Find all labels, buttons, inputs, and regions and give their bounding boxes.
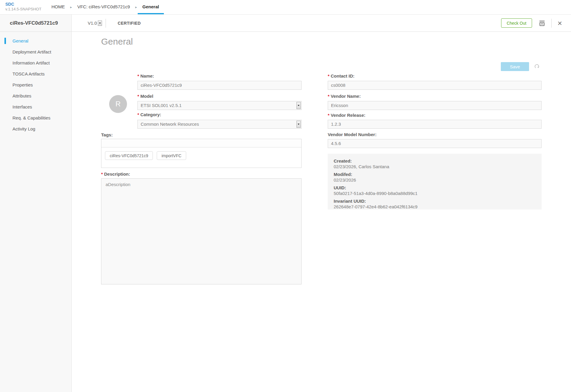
model-select-value: ETSI SOL001 v2.5.1 bbox=[141, 101, 182, 110]
vendor-name-label: Vendor Name: bbox=[328, 94, 361, 99]
asset-title: ciRes-VFC0d5721c9 bbox=[10, 20, 58, 26]
tags-chips: ciRes-VFC0d5721c9 importVFC bbox=[101, 147, 301, 164]
chevron-down-icon bbox=[98, 21, 102, 26]
name-label: Name: bbox=[137, 73, 154, 78]
tags-input[interactable] bbox=[101, 139, 301, 147]
save-row: Save bbox=[501, 62, 540, 71]
created-value: 02/23/2026, Carlos Santana bbox=[334, 164, 536, 169]
uuid-value: 50fa0217-51a3-4d0a-8990-b8a0a88d99c1 bbox=[334, 191, 536, 196]
name-input[interactable]: ciRes-VFC0d5721c9 bbox=[137, 81, 302, 90]
invariant-uuid-label: Invariant UUID: bbox=[334, 198, 536, 204]
check-out-button[interactable]: Check Out bbox=[501, 18, 532, 28]
chevron-down-icon bbox=[297, 102, 301, 109]
contact-id-label: Contact ID: bbox=[328, 73, 354, 78]
lifecycle-state-badge: CERTIFIED bbox=[118, 21, 141, 26]
app-name: SDC bbox=[5, 2, 42, 7]
sidebar-item-tosca-artifacts[interactable]: TOSCA Artifacts bbox=[0, 68, 71, 79]
breadcrumb-general-active[interactable]: General bbox=[138, 0, 164, 14]
asset-header-main: V1.0 CERTIFIED Check Out × bbox=[72, 15, 571, 32]
category-select-value: Common Network Resources bbox=[141, 120, 199, 128]
save-button[interactable]: Save bbox=[501, 62, 529, 71]
asset-header: ciRes-VFC0d5721c9 V1.0 CERTIFIED Check O… bbox=[0, 15, 571, 32]
sidebar-item-req-capabilities[interactable]: Req. & Capabilities bbox=[0, 112, 71, 123]
breadcrumb: HOME ▸ VFC: ciRes-VFC0d5721c9 ▸ General bbox=[47, 0, 164, 14]
version-select[interactable]: V1.0 bbox=[88, 21, 102, 26]
page-title: General bbox=[101, 37, 133, 47]
created-label: Created: bbox=[334, 158, 536, 164]
divider bbox=[551, 19, 552, 28]
chevron-down-icon bbox=[297, 121, 301, 128]
category-label: Category: bbox=[137, 112, 161, 117]
contact-id-input[interactable]: cs0008 bbox=[328, 81, 542, 90]
tag-chip[interactable]: importVFC bbox=[157, 151, 186, 160]
modified-label: Modifed: bbox=[334, 171, 536, 177]
sidebar-item-information-artifact[interactable]: Information Artifact bbox=[0, 57, 71, 68]
divider bbox=[106, 19, 106, 28]
category-select[interactable]: Common Network Resources bbox=[137, 120, 302, 129]
sdc-app: SDC v.1.14.5-SNAPSHOT HOME ▸ VFC: ciRes-… bbox=[0, 0, 571, 392]
metadata-box: Created: 02/23/2026, Carlos Santana Modi… bbox=[328, 154, 542, 210]
vendor-name-input[interactable]: Ericsson bbox=[328, 101, 542, 110]
tag-chip[interactable]: ciRes-VFC0d5721c9 bbox=[105, 151, 153, 160]
description-textarea[interactable]: aDescription bbox=[101, 178, 302, 284]
sidebar-item-activity-log[interactable]: Activity Log bbox=[0, 123, 71, 134]
tags-box: ciRes-VFC0d5721c9 importVFC bbox=[101, 139, 302, 168]
breadcrumb-vfc[interactable]: VFC: ciRes-VFC0d5721c9 bbox=[73, 0, 135, 14]
version-select-value: V1.0 bbox=[88, 21, 97, 26]
breadcrumb-arrow-icon: ▸ bbox=[70, 0, 73, 14]
vendor-model-number-input[interactable]: 4.5.6 bbox=[328, 139, 542, 148]
app-version: v.1.14.5-SNAPSHOT bbox=[5, 7, 42, 11]
app-logo: SDC v.1.14.5-SNAPSHOT bbox=[0, 0, 42, 14]
sidebar-item-general[interactable]: General bbox=[0, 35, 71, 46]
header-actions: Check Out × bbox=[501, 18, 562, 28]
close-icon[interactable]: × bbox=[558, 20, 562, 26]
description-label: Description: bbox=[101, 171, 130, 177]
asset-header-left: ciRes-VFC0d5721c9 bbox=[0, 15, 72, 32]
invariant-uuid-value: 262648e7-0797-42e4-8b62-ea042f6134c9 bbox=[334, 204, 536, 210]
vendor-model-number-label: Vendor Model Number: bbox=[328, 132, 377, 137]
avatar: R bbox=[109, 95, 127, 113]
vendor-release-label: Vendor Release: bbox=[328, 113, 365, 118]
model-select[interactable]: ETSI SOL001 v2.5.1 bbox=[137, 101, 302, 110]
sidebar: General Deployment Artifact Information … bbox=[0, 32, 72, 392]
sidebar-item-attributes[interactable]: Attributes bbox=[0, 90, 71, 101]
tags-label: Tags: bbox=[101, 132, 113, 137]
model-label: Model bbox=[137, 94, 153, 99]
print-icon[interactable] bbox=[539, 20, 545, 26]
breadcrumb-arrow-icon: ▸ bbox=[135, 0, 138, 14]
sidebar-item-interfaces[interactable]: Interfaces bbox=[0, 101, 71, 112]
breadcrumb-home[interactable]: HOME bbox=[47, 0, 70, 14]
general-panel: General Save R Name: ciRes-VFC0d5721c9 M… bbox=[72, 32, 571, 392]
uuid-label: UUID: bbox=[334, 185, 536, 191]
top-bar: SDC v.1.14.5-SNAPSHOT HOME ▸ VFC: ciRes-… bbox=[0, 0, 571, 15]
sidebar-item-deployment-artifact[interactable]: Deployment Artifact bbox=[0, 46, 71, 57]
modified-value: 02/23/2026 bbox=[334, 177, 536, 183]
sidebar-item-properties[interactable]: Properties bbox=[0, 79, 71, 90]
vendor-release-input[interactable]: 1.2.3 bbox=[328, 120, 542, 129]
revert-icon[interactable] bbox=[534, 64, 540, 70]
